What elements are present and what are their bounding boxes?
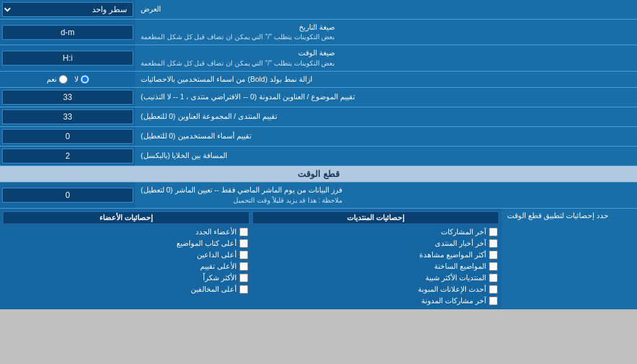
stats-col-members-title: إحصائيات الأعضاء [3,211,250,224]
stat-checkbox-1[interactable] [489,239,498,248]
days-filter-input-wrapper [0,182,135,207]
stats-col-members: إحصائيات الأعضاء الأعضاء الجدد أعلى كتاب… [3,211,250,307]
radio-yes-label[interactable]: نعم [47,75,68,84]
stats-col-forums-title: إحصائيات المنتديات [252,211,499,224]
stat-checkbox-5[interactable] [489,285,498,294]
space-between-label: المسافة بين الخلايا (بالبكسل) [135,147,637,165]
stat-checkbox-4[interactable] [489,274,498,282]
stat-checkbox-2[interactable] [489,251,498,259]
stat-member-checkbox-1[interactable] [239,239,248,248]
stat-checkbox-0[interactable] [489,228,498,236]
date-format-input[interactable] [2,25,133,40]
topics-order-input-wrapper [0,88,135,107]
display-mode-select[interactable]: سطر واحد سطران ثلاثة أسطر [2,2,133,17]
stat-item-3: المواضيع الساخنة [252,261,499,272]
space-between-row: المسافة بين الخلايا (بالبكسل) [0,147,637,166]
days-filter-input[interactable] [2,188,133,203]
bold-remove-label: ازالة نمط بولد (Bold) من اسماء المستخدمي… [135,72,637,87]
stats-content-area: إحصائيات المنتديات آخر المشاركات آخر أخب… [0,209,502,309]
radio-yes[interactable] [59,75,68,84]
days-filter-label: فرز البيانات من يوم الماشر الماضي فقط --… [135,182,637,207]
stat-member-item-2: أعلى الداعين [3,249,250,261]
space-between-input-wrapper [0,147,135,165]
forum-order-input[interactable] [2,109,133,124]
time-format-row: صيغة الوقت بعض التكوينات يتطلب "/" التي … [0,45,637,71]
users-order-label: تقييم أسماء المستخدمين (0 للتعطيل) [135,127,637,146]
stat-item-0: آخر المشاركات [252,226,499,238]
users-order-input-wrapper [0,127,135,146]
display-mode-input[interactable]: سطر واحد سطران ثلاثة أسطر [0,0,135,19]
stat-member-checkbox-3[interactable] [239,262,248,271]
stat-item-1: آخر أخبار المنتدى [252,238,499,249]
stat-member-checkbox-2[interactable] [239,251,248,259]
time-format-input[interactable] [2,51,133,66]
radio-no-label[interactable]: لا [74,75,89,84]
time-format-label: صيغة الوقت بعض التكوينات يتطلب "/" التي … [135,45,637,70]
forum-order-row: تقييم المنتدى / المجموعة العناوين (0 للت… [0,107,637,127]
date-format-label: صيغة التاريخ بعض التكوينات يتطلب "/" الت… [135,20,637,45]
stat-member-item-0: الأعضاء الجدد [3,226,250,238]
forum-order-input-wrapper [0,107,135,126]
stats-main-label: حدد إحصائيات لتطبيق قطع الوقت [502,209,637,309]
space-between-input[interactable] [2,149,133,163]
bold-remove-row: ازالة نمط بولد (Bold) من اسماء المستخدمي… [0,72,637,88]
forum-order-label: تقييم المنتدى / المجموعة العناوين (0 للت… [135,107,637,126]
stat-member-item-1: أعلى كتاب المواضيع [3,238,250,249]
stat-member-checkbox-0[interactable] [239,228,248,236]
radio-no[interactable] [80,75,89,84]
time-format-input-wrapper [0,45,135,70]
stat-member-checkbox-5[interactable] [239,285,248,294]
stat-member-item-5: أعلى المخالفين [3,284,250,295]
stat-item-6: آخر مشاركات المدونة [252,295,499,307]
stat-member-item-3: الأعلى تقييم [3,261,250,272]
stat-checkbox-6[interactable] [489,296,498,305]
stat-member-item-4: الأكثر شكراً [3,272,250,284]
topics-order-row: تقييم الموضوع / العناوين المدونة (0 -- ا… [0,88,637,107]
display-mode-row: العرض سطر واحد سطران ثلاثة أسطر [0,0,637,20]
bold-remove-radio-group: نعم لا [0,72,135,87]
stats-col-forums: إحصائيات المنتديات آخر المشاركات آخر أخب… [252,211,499,307]
stats-section: حدد إحصائيات لتطبيق قطع الوقت إحصائيات ا… [0,209,637,309]
date-format-input-wrapper [0,20,135,45]
realtime-section-header: قطع الوقت [0,166,637,182]
topics-order-label: تقييم الموضوع / العناوين المدونة (0 -- ا… [135,88,637,107]
stat-item-4: المنتديات الأكثر شبية [252,272,499,284]
date-format-row: صيغة التاريخ بعض التكوينات يتطلب "/" الت… [0,20,637,45]
main-container: العرض سطر واحد سطران ثلاثة أسطر صيغة الت… [0,0,637,309]
stats-columns-wrapper: إحصائيات المنتديات آخر المشاركات آخر أخب… [3,211,499,307]
users-order-input[interactable] [2,129,133,144]
users-order-row: تقييم أسماء المستخدمين (0 للتعطيل) [0,127,637,147]
stat-member-checkbox-4[interactable] [239,274,248,282]
stat-checkbox-3[interactable] [489,262,498,271]
stat-item-5: أحدث الإعلانات المبوبة [252,284,499,295]
display-mode-label: العرض [135,0,637,19]
stat-item-2: أكثر المواضيع مشاهدة [252,249,499,261]
topics-order-input[interactable] [2,90,133,105]
days-filter-row: فرز البيانات من يوم الماشر الماضي فقط --… [0,182,637,208]
